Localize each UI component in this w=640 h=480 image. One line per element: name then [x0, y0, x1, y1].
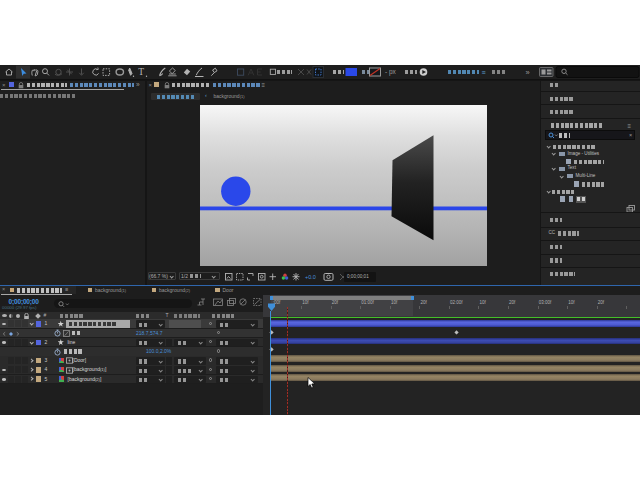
svg-text:»: » — [526, 68, 530, 77]
svg-text:+0.0: +0.0 — [305, 274, 316, 280]
svg-text:- px: - px — [385, 68, 397, 76]
svg-text:T: T — [138, 67, 144, 77]
svg-text:≡: ≡ — [482, 69, 486, 76]
